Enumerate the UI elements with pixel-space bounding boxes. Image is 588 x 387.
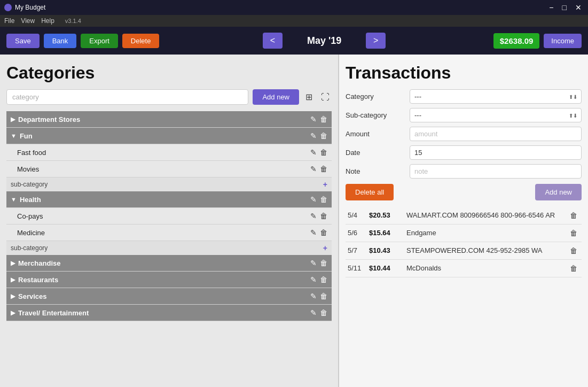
delete-category-btn[interactable]: 🗑 [320,259,327,267]
expand-icon: ▶ [11,260,15,267]
delete-category-btn[interactable]: 🗑 [320,308,327,317]
category-name: Health [20,196,310,204]
delete-subcategory-btn[interactable]: 🗑 [320,212,327,220]
categories-panel: Categories Add new ⊞ ⛶ ▶ Department Stor… [0,55,339,387]
fullscreen-icon[interactable]: ⛶ [319,91,332,103]
delete-transaction-button[interactable]: 🗑 [568,264,579,273]
app-title: My Budget [15,4,45,11]
delete-category-btn[interactable]: 🗑 [320,195,327,204]
delete-transaction-button[interactable]: 🗑 [568,211,579,220]
subcategory-select[interactable]: --- [410,108,582,122]
menu-file[interactable]: File [4,17,14,25]
category-restaurants: ▶ Restaurants ✎ 🗑 [6,272,332,288]
category-form-label: Category [346,92,410,100]
action-row: Delete all Add new [346,184,582,200]
delete-subcategory-btn[interactable]: 🗑 [320,148,327,157]
subcategory-fast-food: Fast food ✎ 🗑 [6,144,332,161]
subcategory-form-label: Sub-category [346,111,410,119]
app-version: v3.1.4 [65,18,81,24]
subcategory-movies: Movies ✎ 🗑 [6,161,332,177]
category-search-row: Add new ⊞ ⛶ [6,89,332,105]
grid-view-icon[interactable]: ⊞ [303,91,315,103]
expand-icon: ▶ [11,293,15,300]
transaction-description: McDonalds [406,264,568,272]
sub-category-label: sub-category [11,181,323,188]
edit-category-btn[interactable]: ✎ [310,115,317,123]
edit-subcategory-btn[interactable]: ✎ [310,228,317,237]
add-new-transaction-button[interactable]: Add new [535,184,582,200]
delete-transaction-button[interactable]: 🗑 [568,229,579,237]
transaction-date: 5/4 [348,211,369,219]
add-subcategory-button[interactable]: + [323,244,327,252]
transaction-list: 5/4 $20.53 WALMART.COM 8009666546 800-96… [346,207,582,277]
title-bar-controls: − □ ✕ [547,3,584,12]
add-subcategory-button[interactable]: + [323,180,327,189]
edit-subcategory-btn[interactable]: ✎ [310,165,317,173]
transactions-panel: Transactions Category --- ⬆⬇ Sub-categor… [339,55,588,387]
edit-category-btn[interactable]: ✎ [310,308,317,317]
date-input[interactable]: 15 [410,145,582,160]
delete-subcategory-btn[interactable]: 🗑 [320,165,327,173]
close-button[interactable]: ✕ [573,3,584,12]
date-form-label: Date [346,149,410,157]
delete-category-btn[interactable]: 🗑 [320,275,327,284]
transactions-title: Transactions [346,63,582,83]
transaction-row: 5/6 $15.64 Endgame 🗑 [346,225,582,242]
maximize-button[interactable]: □ [560,3,569,12]
menu-help[interactable]: Help [41,17,54,25]
transaction-description: STEAMPOWERED.COM 425-952-2985 WA [406,246,568,254]
transaction-row: 5/4 $20.53 WALMART.COM 8009666546 800-96… [346,207,582,225]
delete-subcategory-btn[interactable]: 🗑 [320,228,327,237]
note-form-label: Note [346,167,410,175]
toolbar: Save Bank Export Delete < May '19 > $263… [0,27,588,55]
category-merchandise: ▶ Merchandise ✎ 🗑 [6,255,332,272]
edit-subcategory-btn[interactable]: ✎ [310,148,317,157]
category-list: ▶ Department Stores ✎ 🗑 ▼ Fun ✎ 🗑 Fast f… [6,111,332,321]
app-icon [4,4,12,11]
category-name: Restaurants [18,276,310,284]
menu-view[interactable]: View [21,17,35,25]
transaction-description: Endgame [406,229,568,237]
income-amount-button[interactable]: $2638.09 [493,33,540,49]
category-form-row: Category --- ⬆⬇ [346,89,582,104]
minimize-button[interactable]: − [547,3,555,12]
subcategory-add-row-fun: sub-category + [6,177,332,191]
edit-category-btn[interactable]: ✎ [310,195,317,204]
title-bar: My Budget − □ ✕ [0,0,588,15]
delete-category-btn[interactable]: 🗑 [320,131,327,140]
category-travel-entertainment: ▶ Travel/ Entertainment ✎ 🗑 [6,305,332,321]
add-category-button[interactable]: Add new [253,89,299,105]
category-name: Merchandise [18,259,310,267]
category-select[interactable]: --- [410,89,582,104]
category-name: Services [18,292,310,300]
delete-category-btn[interactable]: 🗑 [320,292,327,300]
transaction-date: 5/11 [348,264,369,272]
date-form-row: Date 15 [346,145,582,160]
transaction-description: WALMART.COM 8009666546 800-966-6546 AR [406,211,568,219]
subcategory-copays: Co-pays ✎ 🗑 [6,208,332,225]
export-button[interactable]: Export [81,34,118,48]
delete-category-btn[interactable]: 🗑 [320,115,327,123]
delete-button[interactable]: Delete [122,34,160,48]
transaction-row: 5/11 $10.44 McDonalds 🗑 [346,260,582,277]
category-fun: ▼ Fun ✎ 🗑 [6,128,332,144]
delete-all-button[interactable]: Delete all [346,184,394,200]
bank-button[interactable]: Bank [44,34,77,48]
transaction-amount: $20.53 [369,211,406,219]
collapse-icon: ▼ [11,196,17,203]
edit-subcategory-btn[interactable]: ✎ [310,212,317,220]
edit-category-btn[interactable]: ✎ [310,292,317,300]
edit-category-btn[interactable]: ✎ [310,275,317,284]
note-input[interactable] [410,164,582,179]
delete-transaction-button[interactable]: 🗑 [568,246,579,255]
edit-category-btn[interactable]: ✎ [310,131,317,140]
next-month-button[interactable]: > [366,33,386,49]
prev-month-button[interactable]: < [263,33,283,49]
amount-input[interactable] [410,127,582,141]
edit-category-btn[interactable]: ✎ [310,259,317,267]
income-label-button[interactable]: Income [544,34,582,48]
category-search-input[interactable] [6,89,248,105]
subcategory-name: Movies [17,165,310,173]
save-button[interactable]: Save [6,34,40,48]
transaction-row: 5/7 $10.43 STEAMPOWERED.COM 425-952-2985… [346,242,582,260]
